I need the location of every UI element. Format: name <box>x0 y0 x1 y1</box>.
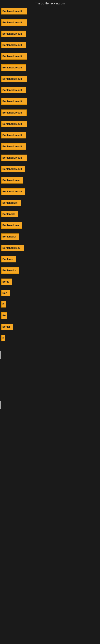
bar-row: Bottleneck result <box>1 52 99 61</box>
bottleneck-bar: Bottlenec <box>1 256 16 262</box>
bottleneck-bar: Bottleneck result <box>1 76 27 82</box>
bar-row: B <box>1 300 99 309</box>
bar-row: Bottleneck result <box>1 108 99 117</box>
bottleneck-bar: Bottleneck r <box>1 267 19 274</box>
bottleneck-bar: B <box>1 335 5 341</box>
bottleneck-bar: Bottleneck result <box>1 8 27 14</box>
bar-row: Bottleneck resu <box>1 176 99 185</box>
bar-row: Bottlenec <box>1 255 99 264</box>
bar-label: Bottleneck result <box>2 32 22 35</box>
bar-row: Bo <box>1 311 99 320</box>
bottleneck-bar: Bottleneck res <box>1 222 22 228</box>
bottleneck-bar: Bottleneck result <box>1 166 25 172</box>
bar-row: Bottleneck result <box>1 187 99 196</box>
bar-row: Bottleneck result <box>1 131 99 140</box>
bar-row: Bottleneck r <box>1 266 99 275</box>
bar-label: Bottleneck re <box>2 202 18 204</box>
bottleneck-bar: Bottleneck re <box>1 200 21 206</box>
bottleneck-bar: Bottleneck result <box>1 154 27 161</box>
bar-label: Bottleneck result <box>2 66 22 69</box>
bar-label: Bottleneck result <box>2 78 22 80</box>
bar-row: Bottleneck result <box>1 153 99 162</box>
bar-row: Bottleneck result <box>1 41 99 50</box>
bar-label: Bottleneck result <box>2 156 22 159</box>
bar-label: Bottler <box>2 326 10 328</box>
bar-row: Bottle <box>1 277 99 286</box>
bar-row: Bottleneck result <box>1 30 99 38</box>
bar-row: Bottler <box>1 322 99 331</box>
bottleneck-bar: Bottleneck result <box>1 87 26 94</box>
bar-label: Bottleneck result <box>2 134 22 137</box>
bottleneck-bar: Bottleneck result <box>1 121 27 127</box>
bar-row: Bottleneck result <box>1 63 99 72</box>
bar-label: Bottleneck result <box>2 21 22 24</box>
bar-label: Bottleneck result <box>2 55 22 58</box>
bar-label: Bottleneck result <box>2 100 22 103</box>
bar-label: Bottleneck r <box>2 269 16 272</box>
bar-label: Bottleneck result <box>2 190 22 193</box>
bar-label: Bottleneck result <box>2 10 22 13</box>
bar-label: Bottleneck resu <box>2 179 20 182</box>
bar-row: Bottleneck result <box>1 164 99 174</box>
bar-row: Bottleneck result <box>1 7 99 16</box>
bottleneck-bar: Bottleneck result <box>1 30 26 37</box>
bar-label: Bott <box>2 292 7 294</box>
bar-label: B <box>2 303 4 306</box>
bar-label: Bottleneck res <box>2 224 19 227</box>
bottleneck-bar: Bottleneck r <box>1 234 19 240</box>
bar-row: Bottleneck result <box>1 74 99 83</box>
bar-label: Bottleneck result <box>2 44 22 46</box>
bar-label: Bottleneck result <box>2 145 22 148</box>
bottleneck-bar: Bottleneck resu <box>1 177 23 184</box>
bar-row: Bott <box>1 288 99 298</box>
bar-label: Bottleneck result <box>2 122 22 126</box>
bottleneck-bar: Bottleneck result <box>1 188 25 195</box>
bar-row: Bottleneck r <box>1 232 99 241</box>
bar-label: Bottleneck result <box>2 168 22 170</box>
bar-label: Bottleneck result <box>2 111 22 114</box>
bottleneck-bar: Bottleneck result <box>1 143 26 150</box>
bar-row: Bottleneck result <box>1 142 99 151</box>
bottleneck-bar: Bottleneck <box>1 211 18 217</box>
bar-row: Bottleneck <box>1 210 99 218</box>
bar-row: Bottleneck result <box>1 86 99 94</box>
bar-label: Bottle <box>2 280 9 283</box>
bottleneck-bar: Bottleneck result <box>1 19 27 26</box>
bottleneck-bar: B <box>1 301 6 308</box>
site-title: TheBottlenecker.com <box>0 0 100 7</box>
bar-label: Bo <box>2 314 6 317</box>
bottleneck-bar: Bottle <box>1 278 12 285</box>
bar-row: Bottleneck result <box>1 18 99 27</box>
bottleneck-bar: Bott <box>1 290 10 296</box>
bar-label: Bottleneck r <box>2 235 16 238</box>
bar-label: Bottlenec <box>2 258 13 260</box>
bottleneck-bar: Bottleneck result <box>1 53 27 60</box>
bar-label: B <box>2 337 4 340</box>
bar-row: Bottleneck result <box>1 120 99 128</box>
bar-label: Bottleneck result <box>2 89 22 92</box>
bottleneck-bar: Bottler <box>1 324 13 330</box>
bar-row: Bottleneck result <box>1 97 99 106</box>
cursor-indicator-2 <box>0 401 1 409</box>
bottleneck-bar: Bottleneck resu <box>1 245 24 251</box>
cursor-indicator <box>0 351 1 359</box>
bar-row: Bottleneck re <box>1 198 99 207</box>
bar-label: Bottleneck <box>2 213 15 216</box>
bottleneck-bar: Bottleneck result <box>1 132 26 138</box>
bottleneck-bar: Bo <box>1 312 7 319</box>
bar-row: Bottleneck resu <box>1 244 99 252</box>
bottleneck-bar: Bottleneck result <box>1 64 26 71</box>
bottleneck-bar: Bottleneck result <box>1 42 26 48</box>
bottleneck-bar: Bottleneck result <box>1 98 27 105</box>
chart-area: Bottleneck resultBottleneck resultBottle… <box>0 7 100 345</box>
bottleneck-bar: Bottleneck result <box>1 110 27 116</box>
bar-row: Bottleneck res <box>1 221 99 230</box>
bar-row: B <box>1 334 99 342</box>
bar-label: Bottleneck resu <box>2 246 20 249</box>
